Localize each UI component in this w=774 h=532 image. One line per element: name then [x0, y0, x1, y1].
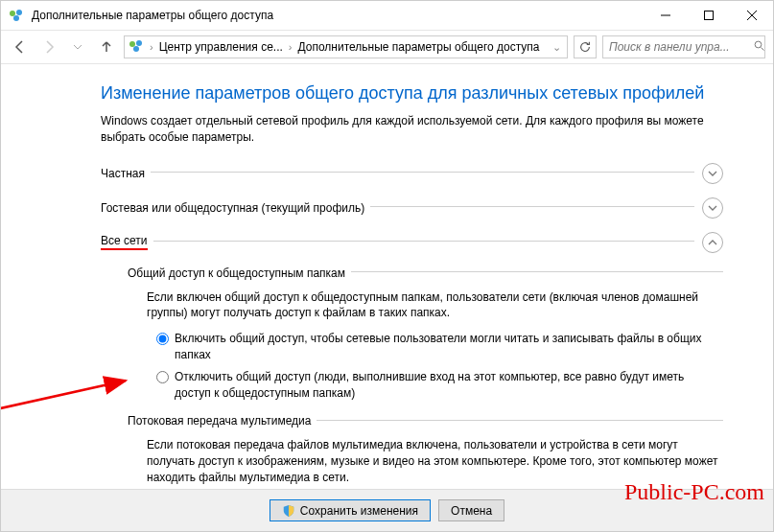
breadcrumb-item[interactable]: Центр управления се... [159, 40, 283, 54]
footer: Сохранить изменения Отмена [1, 489, 773, 531]
svg-point-9 [133, 46, 139, 52]
button-label: Отмена [451, 504, 492, 518]
section-label: Частная [101, 167, 145, 180]
svg-point-2 [13, 15, 19, 21]
svg-line-12 [1, 381, 126, 419]
chevron-right-icon: › [148, 41, 155, 53]
cancel-button[interactable]: Отмена [438, 499, 504, 521]
subsection-title: Общий доступ к общедоступным папкам [128, 266, 345, 280]
radio-enable-sharing[interactable]: Включить общий доступ, чтобы сетевые пол… [156, 331, 723, 363]
search-icon [754, 40, 765, 55]
window-title: Дополнительные параметры общего доступа [32, 9, 644, 22]
refresh-button[interactable] [574, 35, 597, 58]
recent-dropdown[interactable] [66, 35, 89, 58]
section-label: Все сети [101, 234, 148, 250]
titlebar: Дополнительные параметры общего доступа [1, 1, 773, 30]
breadcrumb[interactable]: › Центр управления се... › Дополнительны… [124, 35, 568, 58]
chevron-right-icon: › [287, 41, 294, 53]
minimize-button[interactable] [644, 1, 687, 30]
up-button[interactable] [95, 35, 118, 58]
divider [317, 420, 723, 421]
subsection-public-folders: Общий доступ к общедоступным папкам Если… [128, 266, 723, 402]
svg-point-10 [755, 41, 762, 48]
svg-point-8 [136, 40, 142, 46]
svg-point-1 [16, 10, 22, 15]
chevron-up-icon[interactable] [702, 232, 723, 253]
breadcrumb-item[interactable]: Дополнительные параметры общего доступа [297, 40, 539, 54]
section-label: Гостевая или общедоступная (текущий проф… [101, 201, 364, 215]
divider [151, 172, 694, 173]
chevron-down-icon[interactable]: ⌄ [551, 41, 563, 54]
section-private[interactable]: Частная [101, 163, 723, 184]
search-box[interactable] [602, 35, 765, 58]
subsection-desc: Если потоковая передача файлов мультимед… [147, 437, 723, 485]
divider [351, 271, 723, 272]
svg-line-11 [762, 47, 764, 50]
divider [153, 241, 695, 242]
radio-label: Отключить общий доступ (люди, выполнивши… [175, 369, 723, 402]
subsection-media-streaming: Потоковая передача мультимедиа Если пото… [128, 414, 723, 489]
content-area: Изменение параметров общего доступа для … [1, 64, 773, 489]
maximize-button[interactable] [687, 1, 730, 30]
search-input[interactable] [609, 40, 754, 54]
svg-point-7 [129, 41, 135, 47]
subsection-desc: Если включен общий доступ к общедоступны… [147, 289, 723, 322]
network-icon [129, 38, 144, 57]
back-button[interactable] [9, 35, 32, 58]
close-button[interactable] [730, 1, 773, 30]
page-subtitle: Windows создает отдельный сетевой профил… [101, 113, 723, 146]
chevron-down-icon[interactable] [702, 197, 723, 219]
section-all-networks[interactable]: Все сети [101, 232, 723, 253]
divider [370, 206, 694, 207]
radio-disable-sharing[interactable]: Отключить общий доступ (люди, выполнивши… [156, 369, 723, 402]
network-icon [9, 8, 24, 23]
radio-label: Включить общий доступ, чтобы сетевые пол… [175, 331, 723, 363]
page-heading: Изменение параметров общего доступа для … [101, 83, 723, 104]
save-button[interactable]: Сохранить изменения [270, 499, 431, 521]
chevron-down-icon[interactable] [702, 163, 723, 184]
navbar: › Центр управления се... › Дополнительны… [1, 30, 773, 64]
subsection-title: Потоковая передача мультимедиа [128, 414, 311, 428]
radio-input[interactable] [156, 333, 169, 345]
section-guest[interactable]: Гостевая или общедоступная (текущий проф… [101, 197, 723, 219]
button-label: Сохранить изменения [300, 504, 418, 518]
radio-input[interactable] [156, 371, 169, 383]
window: Дополнительные параметры общего доступа … [0, 0, 774, 532]
annotation-arrow [1, 352, 135, 428]
forward-button [37, 35, 60, 58]
svg-rect-4 [704, 12, 713, 20]
shield-icon [282, 504, 295, 518]
svg-point-0 [10, 11, 15, 16]
